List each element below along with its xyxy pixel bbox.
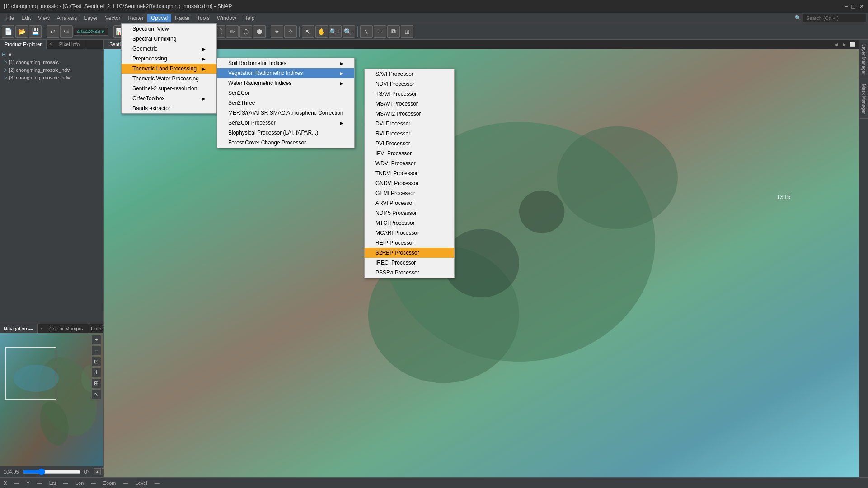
tab-product-explorer-close[interactable]: × — [47, 40, 55, 49]
nav-content: + − ⊡ 1 ⊞ ↖ — [0, 333, 103, 466]
tree-expand-all[interactable]: ▼ — [8, 52, 13, 57]
tree-item-2[interactable]: ▷ [2] chongming_mosaic_ndvi — [2, 66, 102, 74]
menu-view[interactable]: View — [34, 14, 53, 22]
view-tabs: Sentinel 2 MSI Natural Colors RGB × ◀ ▶ … — [104, 40, 859, 49]
nav-sync[interactable]: ⊞ — [91, 378, 101, 388]
tab-product-explorer[interactable]: Product Explorer — [0, 40, 47, 49]
sync-button[interactable]: ↔ — [374, 25, 386, 38]
maximize-button[interactable]: □ — [852, 3, 855, 10]
select-button[interactable]: ↖ — [302, 25, 314, 38]
status-level-dash: — — [155, 480, 160, 486]
main-layout: Product Explorer × Pixel Info ⊞ ▼ ▷ [1] … — [0, 40, 868, 477]
band-button[interactable]: ⊞ — [401, 25, 413, 38]
transect-button[interactable]: ✏ — [226, 25, 239, 38]
toolbar-sep-2 — [111, 26, 111, 37]
nav-cursor[interactable]: ↖ — [91, 389, 101, 399]
toolbar-sep-1 — [44, 26, 44, 37]
menu-optical[interactable]: Optical — [147, 14, 171, 22]
scatter-button[interactable]: ⁘ — [181, 25, 194, 38]
status-lon-label: Lon — [75, 480, 84, 486]
status-lat-dash: — — [63, 480, 68, 486]
product-tree: ⊞ ▼ ▷ [1] chongming_mosaic ▷ [2] chongmi… — [0, 49, 103, 324]
svg-point-4 — [14, 365, 59, 392]
search-input[interactable] — [803, 14, 866, 22]
save-button[interactable]: 💾 — [29, 25, 42, 38]
menu-raster[interactable]: Raster — [124, 14, 147, 22]
nav-degrees: 0° — [84, 469, 89, 474]
coord-display[interactable]: 4944/8544▼ — [74, 28, 108, 36]
right-panel: Layer Manager Mask Manager — [859, 40, 868, 477]
menu-help[interactable]: Help — [240, 14, 258, 22]
nav-tools: + − ⊡ 1 ⊞ ↖ — [91, 335, 101, 399]
profile-button[interactable]: ⛶ — [212, 25, 225, 38]
graph-button[interactable]: 📊 — [113, 25, 126, 38]
right-tab-layer[interactable]: Layer Manager — [860, 40, 868, 79]
view-tab-label: Sentinel 2 MSI Natural Colors RGB — [109, 42, 187, 47]
tree-icon-3: ▷ — [4, 74, 7, 80]
nav-zoom-out[interactable]: − — [91, 346, 101, 356]
pan-button[interactable]: ✋ — [315, 25, 328, 38]
nav-up[interactable]: ▲ — [94, 468, 101, 475]
status-x-label: X — [4, 480, 7, 486]
menu-analysis[interactable]: Analysis — [53, 14, 81, 22]
new-button[interactable]: 📄 — [2, 25, 14, 38]
tab-navigation-close[interactable]: × — [38, 325, 46, 333]
hist-button[interactable]: 📉 — [168, 25, 180, 38]
nav-slider[interactable] — [23, 470, 81, 474]
nav-image: + − ⊡ 1 ⊞ ↖ — [0, 333, 103, 466]
toolbar-sep-4 — [268, 26, 268, 37]
pin-button[interactable]: 📍 — [127, 25, 140, 38]
table-button[interactable]: ⊞ — [195, 25, 207, 38]
menu-vector[interactable]: Vector — [102, 14, 124, 22]
svg-point-10 — [444, 229, 519, 297]
tab-pixel-info[interactable]: Pixel Info — [55, 40, 84, 49]
map-area[interactable]: 1315 — [104, 49, 859, 477]
menu-radar[interactable]: Radar — [171, 14, 193, 22]
view-maximize[interactable]: ⬜ — [849, 41, 856, 48]
view-tab-close[interactable]: × — [190, 42, 192, 47]
nav-statusbar: 104.95 0° ▲ ▼ ? — [0, 466, 103, 477]
gcp2-button[interactable]: ✧ — [284, 25, 297, 38]
tab-colour[interactable]: Colour Manipu- — [46, 324, 87, 333]
menu-layer[interactable]: Layer — [81, 14, 102, 22]
tree-label-2: [2] chongming_mosaic_ndvi — [9, 67, 70, 73]
left-panel: Product Explorer × Pixel Info ⊞ ▼ ▷ [1] … — [0, 40, 104, 477]
zoom-in-button[interactable]: 🔍+ — [329, 25, 342, 38]
menu-window[interactable]: Window — [213, 14, 240, 22]
layer-button[interactable]: ⧉ — [387, 25, 400, 38]
right-tab-mask[interactable]: Mask Manager — [860, 79, 868, 119]
area-button[interactable]: ⬡ — [239, 25, 252, 38]
tree-icon-2: ▷ — [4, 67, 7, 73]
tree-item-3[interactable]: ▷ [3] chongming_mosaic_ndwi — [2, 74, 102, 81]
minimize-button[interactable]: − — [844, 3, 848, 10]
move-button[interactable]: ⤡ — [360, 25, 373, 38]
menu-edit[interactable]: Edit — [18, 14, 34, 22]
status-level-label: Level — [135, 480, 147, 486]
tree-item-1[interactable]: ▷ [1] chongming_mosaic — [2, 58, 102, 66]
view-arrow-left[interactable]: ◀ — [833, 41, 840, 48]
chart-button[interactable]: 📈 — [154, 25, 167, 38]
zoom-out-button[interactable]: 🔍- — [343, 25, 355, 38]
spectrum-button[interactable]: 〰 — [141, 25, 153, 38]
nav-fit[interactable]: ⊡ — [91, 357, 101, 367]
menu-tools[interactable]: Tools — [193, 14, 213, 22]
undo-button[interactable]: ↩ — [47, 25, 59, 38]
nav-zoom-in[interactable]: + — [91, 335, 101, 345]
tab-view-main[interactable]: Sentinel 2 MSI Natural Colors RGB × — [104, 40, 198, 49]
view-arrow-right[interactable]: ▶ — [841, 41, 848, 48]
menu-file[interactable]: File — [2, 14, 18, 22]
tree-label-3: [3] chongming_mosaic_ndwi — [9, 75, 72, 80]
close-button[interactable]: ✕ — [859, 3, 864, 10]
status-lat-label: Lat — [49, 480, 56, 486]
gcp-button[interactable]: ✦ — [271, 25, 283, 38]
tab-navigation[interactable]: Navigation --- — [0, 324, 38, 333]
mask-button[interactable]: ⬢ — [253, 25, 266, 38]
nav-zoom-1[interactable]: 1 — [91, 367, 101, 377]
svg-point-9 — [557, 126, 678, 229]
open-button[interactable]: 📂 — [15, 25, 28, 38]
menubar: File Edit View Analysis Layer Vector Ras… — [0, 13, 868, 23]
svg-text:1315: 1315 — [776, 193, 790, 200]
redo-button[interactable]: ↪ — [60, 25, 73, 38]
status-zoom-label: Zoom — [103, 480, 116, 486]
toolbar: 📄 📂 💾 ↩ ↪ 4944/8544▼ 📊 📍 〰 📈 📉 ⁘ ⊞ ⛶ ✏ ⬡… — [0, 23, 868, 40]
